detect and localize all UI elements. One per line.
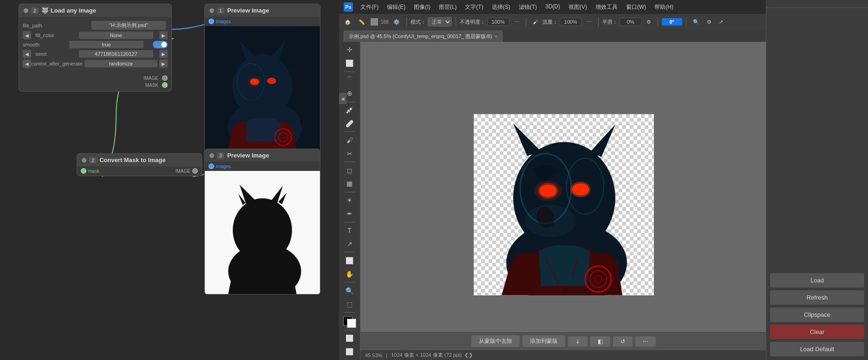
gradient-tool[interactable]: ▦ (343, 177, 357, 190)
preview-bot-status-dot (209, 153, 214, 158)
file-path-value[interactable]: "H:示例示例.psd" (91, 21, 166, 30)
preview-image-node-top: 1 Preview Image images (204, 4, 320, 152)
mask-output-connector (162, 82, 168, 88)
eraser-tool[interactable]: ◻ (343, 164, 357, 177)
dodge-tool[interactable]: ☀ (343, 194, 357, 207)
control-next-btn[interactable]: ▶ (159, 59, 168, 68)
canvas-bottom-bar: 从蒙版中去除 添加到蒙版 ⤓ ◧ ↺ ⋯ 45.53% | 1024 像素 × … (360, 332, 767, 360)
load-button[interactable]: Load (770, 273, 864, 288)
hand-tool[interactable]: ✋ (343, 268, 357, 280)
add-to-mask-btn[interactable]: 添加到蒙版 (522, 335, 565, 347)
menu-window[interactable]: 窗口(W) (622, 2, 650, 12)
type-tool[interactable]: T (343, 224, 357, 237)
menu-3d[interactable]: 3D(D) (542, 2, 564, 12)
menu-file[interactable]: 文件(F) (357, 2, 382, 12)
brush-tool[interactable]: 🖌 (343, 134, 357, 146)
menu-filter[interactable]: 滤镜(T) (515, 2, 541, 12)
move-tool[interactable]: ✛ (343, 44, 357, 56)
load-default-button[interactable]: Load Default (770, 342, 864, 356)
panel-collapse-arrow[interactable]: ◀ (339, 93, 346, 104)
seed-next-btn[interactable]: ▶ (159, 50, 168, 58)
blend-mode-select[interactable]: 正常 (428, 17, 452, 26)
flow-options-btn[interactable]: ⋯ (584, 18, 594, 26)
menu-help[interactable]: 帮助(H) (651, 2, 677, 12)
heal-tool[interactable]: 🩹 (343, 117, 357, 130)
convert-mask-title: Convert Mask to Image (99, 157, 165, 164)
ps-status-bar: 45.53% | 1024 像素 × 1024 像素 (72 ppi) ❮ ❯ (360, 350, 767, 360)
fg-bg-colors[interactable] (343, 316, 356, 328)
menu-plugins[interactable]: 增效工具 (592, 2, 621, 12)
screen-mode-tool[interactable]: ⬜ (343, 346, 357, 358)
preview-top-header: 1 Preview Image (205, 4, 320, 17)
eyedropper-tool[interactable]: 💉 (343, 104, 357, 117)
background-color[interactable] (347, 319, 356, 328)
wolf-canvas-svg (474, 114, 654, 295)
svg-point-8 (267, 78, 276, 84)
tool-divider-9 (344, 312, 355, 313)
brush-mode-btn[interactable]: ⚙️ (391, 18, 403, 26)
ps-app-icon: Ps (344, 2, 353, 12)
path-select-tool[interactable]: ↗ (343, 238, 357, 250)
settings-btn[interactable]: ⚙ (704, 18, 714, 26)
control-prev-btn[interactable]: ◀ (23, 59, 31, 68)
brush-color-swatch[interactable] (371, 18, 378, 26)
smooth-toggle[interactable] (153, 41, 168, 48)
angle-input[interactable] (662, 18, 682, 26)
refresh-button[interactable]: Refresh (770, 290, 864, 305)
menu-type[interactable]: 文字(T) (461, 2, 487, 12)
document-tab[interactable]: 示例.psd @ 45.5% (ComfyUI_temp_erqnq_00017… (344, 31, 503, 42)
preview-bot-title: Preview Image (227, 152, 269, 159)
seed-prev-btn[interactable]: ◀ (23, 50, 31, 58)
seed-row: ◀ seed 477188161120127 ▶ (23, 50, 168, 58)
node-load-body: file_path "H:示例示例.psd" ◀ fill_color None… (19, 17, 171, 72)
menu-select[interactable]: 选择(S) (488, 2, 514, 12)
home-button[interactable]: 🏠 (342, 18, 354, 26)
opacity-options-btn[interactable]: ⋯ (511, 18, 522, 26)
preview-top-input-row: images (205, 17, 320, 26)
menu-view[interactable]: 视图(V) (565, 2, 591, 12)
image-dimensions: 1024 像素 × 1024 像素 (72 ppi) (391, 352, 462, 359)
fill-color-prev-btn[interactable]: ◀ (23, 31, 31, 39)
pen-tool[interactable]: ✒ (343, 208, 357, 220)
fill-color-next-btn[interactable]: ▶ (159, 31, 168, 39)
fill-color-label: fill_color (35, 33, 72, 38)
menu-layer[interactable]: 图层(L) (435, 2, 461, 12)
btn-icon-2[interactable]: ◧ (590, 336, 610, 347)
seed-value[interactable]: 477188161120127 (79, 50, 153, 58)
airbrush-btn[interactable]: 🖌 (530, 18, 541, 26)
svg-point-19 (513, 142, 615, 253)
nav-arrow-left[interactable]: ❮ (464, 352, 469, 358)
plugin-panel-body (766, 8, 868, 269)
preview-bot-badge: 3 (217, 152, 224, 159)
flow-input[interactable] (560, 18, 582, 26)
svg-point-27 (534, 180, 562, 201)
rect-shape-tool[interactable]: ⬜ (343, 254, 357, 267)
nav-arrow-right[interactable]: ❯ (469, 352, 473, 358)
frame-tool[interactable]: ⬚ (343, 298, 357, 310)
clone-tool[interactable]: ✂ (343, 147, 357, 160)
marquee-tool[interactable]: ⬜ (343, 57, 357, 70)
clear-button[interactable]: Clear (770, 325, 864, 339)
smoothing-options-btn[interactable]: ⚙ (644, 18, 654, 26)
quick-mask-tool[interactable]: ⬜ (343, 332, 357, 345)
node-load-header: 2 🐺 Load any image (19, 4, 171, 17)
search-btn[interactable]: 🔍 (690, 18, 702, 26)
tab-close-btn[interactable]: × (495, 34, 497, 39)
load-image-node: 2 🐺 Load any image file_path "H:示例示例.psd… (19, 4, 172, 92)
share-btn[interactable]: ↗ (716, 18, 726, 26)
control-value: randomize (85, 60, 157, 67)
smoothing-input[interactable] (620, 18, 642, 26)
menu-edit[interactable]: 编辑(E) (383, 2, 409, 12)
btn-icon-1[interactable]: ⤓ (568, 336, 587, 347)
more-options-btn[interactable]: ⋯ (635, 336, 656, 347)
mode-label: 模式： (411, 19, 426, 26)
menu-image[interactable]: 图像(I) (410, 2, 434, 12)
zoom-tool[interactable]: 🔍 (343, 284, 357, 297)
btn-icon-3[interactable]: ↺ (613, 336, 633, 347)
toolbar-divider-4 (598, 17, 599, 26)
clipspace-button[interactable]: Clipspace (770, 308, 864, 322)
brush-tool-options[interactable]: ✏️ (356, 18, 368, 26)
from-mask-btn[interactable]: 从蒙版中去除 (471, 335, 520, 347)
lasso-tool[interactable]: ⌒ (343, 74, 357, 86)
opacity-input[interactable] (487, 18, 509, 26)
